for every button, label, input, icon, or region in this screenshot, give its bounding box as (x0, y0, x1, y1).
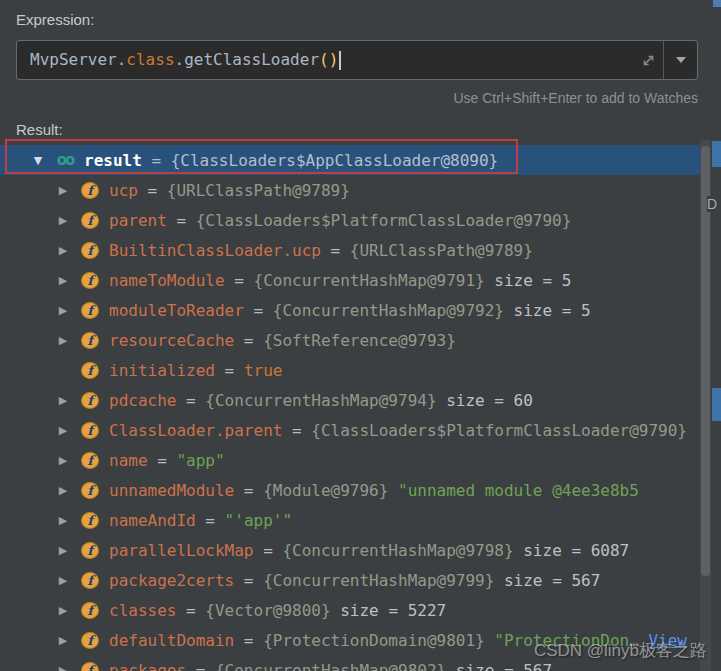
chevron-right-icon[interactable]: ▶ (55, 394, 71, 407)
node-name: moduleToReader (109, 301, 244, 320)
tree-row-package2certs[interactable]: ▶fpackage2certs = {ConcurrentHashMap@979… (0, 565, 701, 595)
chevron-right-icon[interactable]: ▶ (55, 604, 71, 617)
node-name: name (109, 451, 148, 470)
node-name: initialized (109, 361, 215, 380)
code-token: . (175, 50, 185, 69)
chevron-right-icon[interactable]: ▶ (55, 274, 71, 287)
expression-controls (633, 41, 697, 79)
expression-code[interactable]: MvpServer.class.getClassLoader() (17, 50, 633, 70)
tree-row-nameToModule[interactable]: ▶fnameToModule = {ConcurrentHashMap@9791… (0, 265, 701, 295)
expression-input[interactable]: MvpServer.class.getClassLoader() (16, 40, 698, 80)
tree-row-pdcache[interactable]: ▶fpdcache = {ConcurrentHashMap@9794} siz… (0, 385, 701, 415)
code-token: class (126, 50, 174, 69)
expand-editor-icon[interactable] (633, 41, 663, 79)
node-value: {ConcurrentHashMap@9791} (254, 271, 485, 290)
node-name: defaultDomain (109, 631, 234, 650)
node-value: {ProtectionDomain@9801} (263, 631, 494, 650)
node-value: {SoftReference@9793} (263, 331, 456, 350)
node-string: "app" (176, 451, 224, 470)
chevron-right-icon[interactable]: ▶ (55, 514, 71, 527)
field-icon: f (81, 212, 99, 229)
node-eq: = (138, 181, 167, 200)
tree-row-name[interactable]: ▶fname = "app" (0, 445, 701, 475)
node-eq: = (282, 421, 311, 440)
node-name: result (84, 151, 142, 170)
node-eq: = (244, 301, 273, 320)
node-eq: = (176, 391, 205, 410)
node-value: {Vector@9800} (205, 601, 330, 620)
field-icon: f (81, 272, 99, 289)
tree-row-ucp[interactable]: ▶fucp = {URLClassPath@9789} (0, 175, 701, 205)
node-eq: = (167, 211, 196, 230)
field-icon: f (81, 302, 99, 319)
node-name: unnamedModule (109, 481, 234, 500)
node-size: size = 60 (437, 391, 533, 410)
node-value: {ConcurrentHashMap@9794} (205, 391, 436, 410)
history-dropdown-button[interactable] (663, 41, 697, 79)
chevron-right-icon[interactable]: ▶ (55, 634, 71, 647)
text-caret (339, 51, 341, 70)
code-tokens: MvpServer.class.getClassLoader() (30, 50, 338, 69)
result-label: Result: (16, 121, 63, 138)
chevron-right-icon[interactable]: ▶ (55, 304, 71, 317)
result-tree: ▼ooresult = {ClassLoaders$AppClassLoader… (0, 145, 701, 671)
field-icon: f (81, 242, 99, 259)
field-icon: f (81, 602, 99, 619)
chevron-right-icon[interactable]: ▶ (55, 484, 71, 497)
node-string: "'app'" (225, 511, 292, 530)
field-icon: f (81, 632, 99, 649)
node-name: nameAndId (109, 511, 196, 530)
watch-icon: oo (56, 151, 74, 169)
code-token: () (319, 50, 338, 69)
field-icon: f (81, 422, 99, 439)
field-icon: f (81, 392, 99, 409)
field-icon: f (81, 542, 99, 559)
chevron-down-icon[interactable]: ▼ (30, 154, 46, 167)
background-window-fragment (712, 388, 721, 421)
node-eq: = (234, 481, 263, 500)
node-string: "unnamed module @4ee3e8b5 (398, 481, 639, 500)
node-name: parent (109, 211, 167, 230)
tree-row-parallelLockMap[interactable]: ▶fparallelLockMap = {ConcurrentHashMap@9… (0, 535, 701, 565)
chevron-right-icon[interactable]: ▶ (55, 244, 71, 257)
tree-row-ClassLoader.parent[interactable]: ▶fClassLoader.parent = {ClassLoaders$Pla… (0, 415, 701, 445)
field-icon: f (81, 482, 99, 499)
tree-row-result[interactable]: ▼ooresult = {ClassLoaders$AppClassLoader… (0, 145, 701, 175)
chevron-right-icon[interactable]: ▶ (55, 334, 71, 347)
chevron-right-icon[interactable]: ▶ (55, 664, 71, 671)
node-eq: = (196, 511, 225, 530)
tree-row-parent[interactable]: ▶fparent = {ClassLoaders$PlatformClassLo… (0, 205, 701, 235)
tree-row-resourceCache[interactable]: ▶fresourceCache = {SoftReference@9793} (0, 325, 701, 355)
node-value: {ConcurrentHashMap@9792} (273, 301, 504, 320)
tree-row-nameAndId[interactable]: ▶fnameAndId = "'app'" (0, 505, 701, 535)
node-bool: true (244, 361, 283, 380)
chevron-right-icon[interactable]: ▶ (55, 544, 71, 557)
node-size: size = 5227 (331, 601, 447, 620)
tree-row-unnamedModule[interactable]: ▶funnamedModule = {Module@9796} "unnamed… (0, 475, 701, 505)
node-name: packages (109, 661, 186, 671)
chevron-right-icon[interactable]: ▶ (55, 574, 71, 587)
node-name: resourceCache (109, 331, 234, 350)
node-name: pdcache (109, 391, 176, 410)
chevron-right-icon[interactable]: ▶ (55, 184, 71, 197)
node-name: BuiltinClassLoader.ucp (109, 241, 321, 260)
field-icon: f (81, 362, 99, 379)
node-value: {ConcurrentHashMap@9798} (282, 541, 513, 560)
node-eq: = (186, 661, 215, 671)
chevron-right-icon[interactable]: ▶ (55, 454, 71, 467)
field-icon: f (81, 452, 99, 469)
tree-row-BuiltinClassLoader.ucp[interactable]: ▶fBuiltinClassLoader.ucp = {URLClassPath… (0, 235, 701, 265)
chevron-down-icon (676, 57, 686, 63)
node-name: nameToModule (109, 271, 225, 290)
expression-label: Expression: (16, 11, 94, 28)
code-token: MvpServer (30, 50, 117, 69)
chevron-right-icon[interactable]: ▶ (55, 214, 71, 227)
node-value: {ConcurrentHashMap@9799} (263, 571, 494, 590)
chevron-right-icon[interactable]: ▶ (55, 424, 71, 437)
tree-row-moduleToReader[interactable]: ▶fmoduleToReader = {ConcurrentHashMap@97… (0, 295, 701, 325)
node-eq: = (215, 361, 244, 380)
node-value: {Module@9796} (263, 481, 398, 500)
tree-row-classes[interactable]: ▶fclasses = {Vector@9800} size = 5227 (0, 595, 701, 625)
node-eq: = (148, 451, 177, 470)
tree-row-initialized[interactable]: finitialized = true (0, 355, 701, 385)
